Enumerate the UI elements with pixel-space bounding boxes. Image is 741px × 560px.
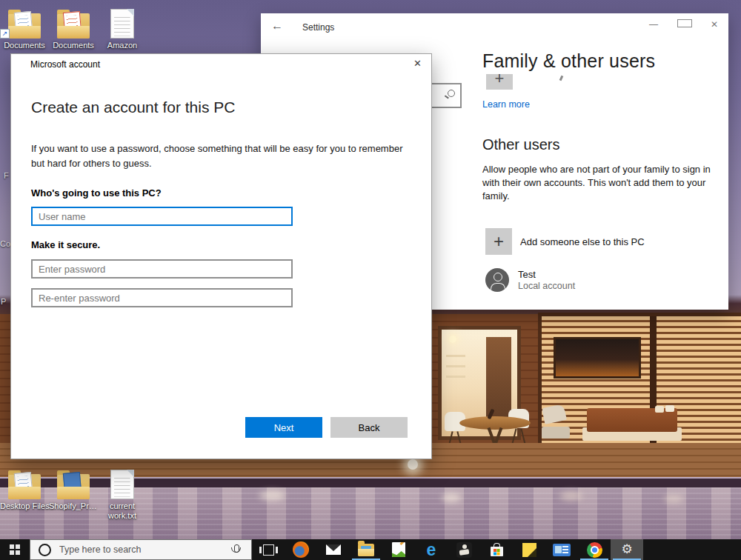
other-users-heading: Other users: [482, 136, 559, 153]
desktop-icon-label: Documents: [0, 41, 49, 50]
search-icon: [448, 90, 455, 97]
taskbar-settings[interactable]: ⚙: [611, 539, 643, 560]
reenter-password-input[interactable]: [31, 288, 293, 307]
desktop-icon-amazon[interactable]: Amazon: [98, 7, 147, 50]
learn-more-link[interactable]: Learn more: [482, 99, 530, 110]
desktop-icon-shopify[interactable]: Shopify_Pro...: [49, 468, 98, 511]
windows-logo-icon: [10, 544, 20, 555]
wallpaper-deck-lamp: [408, 459, 418, 470]
add-someone-else-button[interactable]: + Add someone else to this PC: [485, 228, 645, 255]
desktop-icon-documents[interactable]: Documents: [49, 7, 98, 50]
user-name: Test: [518, 269, 575, 281]
next-button[interactable]: Next: [245, 417, 322, 438]
taskbar-postcard-app[interactable]: [545, 539, 578, 560]
back-arrow-icon[interactable]: ←: [271, 19, 283, 33]
postcard-app-icon: [553, 544, 571, 556]
taskbar-firefox[interactable]: [285, 539, 317, 560]
taskbar-search-box[interactable]: [30, 539, 252, 560]
desktop-icon-current-work[interactable]: current work.txt: [98, 468, 147, 521]
page-title: Family & other users: [482, 50, 655, 72]
dialog-description: If you want to use a password, choose so…: [31, 141, 416, 170]
taskbar: e ⚙: [0, 539, 741, 560]
taskbar-sticky-notes[interactable]: [513, 539, 545, 560]
microsoft-store-icon: [491, 547, 503, 556]
kindle-icon: [456, 542, 472, 558]
cortana-icon: [39, 544, 51, 556]
maximize-icon: [677, 19, 692, 27]
add-family-member-button[interactable]: +: [486, 74, 513, 90]
firefox-icon: [293, 541, 309, 558]
taskbar-kindle[interactable]: [448, 539, 480, 560]
user-account-row[interactable]: Test Local account: [485, 268, 575, 292]
clipped-text-fragment: [559, 76, 564, 81]
desktop-icon-label: Amazon: [98, 41, 147, 50]
desktop-icon-desktop-files[interactable]: Desktop Files: [0, 468, 49, 511]
plus-icon: +: [485, 228, 512, 255]
close-button[interactable]: ✕: [708, 19, 721, 30]
user-avatar-icon: [485, 268, 509, 292]
clipped-icon-label: F: [4, 171, 9, 180]
desktop-icon-label: Shopify_Pro...: [49, 501, 98, 511]
chrome-icon: [587, 542, 602, 558]
file-explorer-icon: [358, 544, 374, 556]
find-a-setting-search-box[interactable]: [429, 83, 462, 108]
dialog-heading: Create an account for this PC: [31, 99, 235, 116]
start-button[interactable]: [0, 539, 30, 560]
close-button[interactable]: ✕: [413, 58, 422, 69]
microphone-icon[interactable]: [234, 544, 239, 553]
secure-label: Make it secure.: [31, 239, 100, 250]
taskbar-search-input[interactable]: [58, 544, 216, 556]
clipped-icon-label: Co: [0, 239, 10, 248]
taskbar-mail[interactable]: [317, 539, 350, 560]
task-view-button[interactable]: [252, 539, 285, 560]
shortcut-arrow-icon: ↗: [0, 29, 10, 39]
wallpaper-bed: [587, 408, 677, 432]
desktop-icon-label: Desktop Files: [0, 501, 49, 511]
maximize-button[interactable]: [677, 19, 691, 30]
user-account-type: Local account: [518, 281, 575, 292]
desktop-icon-label: Documents: [49, 41, 98, 50]
taskbar-edge[interactable]: e: [415, 539, 448, 560]
wallpaper-lounge-chair: [542, 406, 573, 440]
taskbar-image-file[interactable]: [382, 539, 415, 560]
username-input[interactable]: [31, 207, 293, 226]
gear-icon: ⚙: [621, 542, 632, 557]
folder-shortcut-icon: ↗: [0, 7, 49, 39]
edge-icon: e: [427, 541, 436, 558]
back-button[interactable]: Back: [330, 417, 408, 438]
dialog-title: Microsoft account: [30, 59, 100, 70]
document-icon: [98, 7, 147, 39]
folder-icon: [49, 468, 98, 499]
password-input[interactable]: [31, 259, 293, 279]
folder-icon: [0, 468, 49, 499]
who-label: Who's going to use this PC?: [31, 187, 162, 199]
clipped-icon-label: P: [1, 297, 6, 306]
window-controls: — ✕: [647, 19, 721, 30]
taskbar-chrome[interactable]: [578, 539, 611, 560]
add-someone-else-label: Add someone else to this PC: [520, 236, 645, 247]
desktop-icon-documents-shortcut[interactable]: ↗ Documents: [0, 7, 49, 50]
image-file-icon: [392, 542, 405, 557]
sticky-notes-icon: [522, 543, 536, 557]
task-view-icon: [263, 544, 274, 556]
desktop-icon-label: current work.txt: [102, 501, 142, 521]
microsoft-account-dialog: Microsoft account ✕ Create an account fo…: [10, 53, 432, 459]
minimize-button[interactable]: —: [647, 19, 660, 30]
window-title: Settings: [302, 22, 334, 33]
document-icon: [98, 468, 147, 499]
folder-icon: [49, 7, 98, 39]
taskbar-store[interactable]: [480, 539, 513, 560]
other-users-description: Allow people who are not part of your fa…: [482, 163, 722, 203]
taskbar-file-explorer[interactable]: [350, 539, 382, 560]
mail-icon: [326, 544, 341, 555]
plus-icon: +: [486, 74, 513, 88]
